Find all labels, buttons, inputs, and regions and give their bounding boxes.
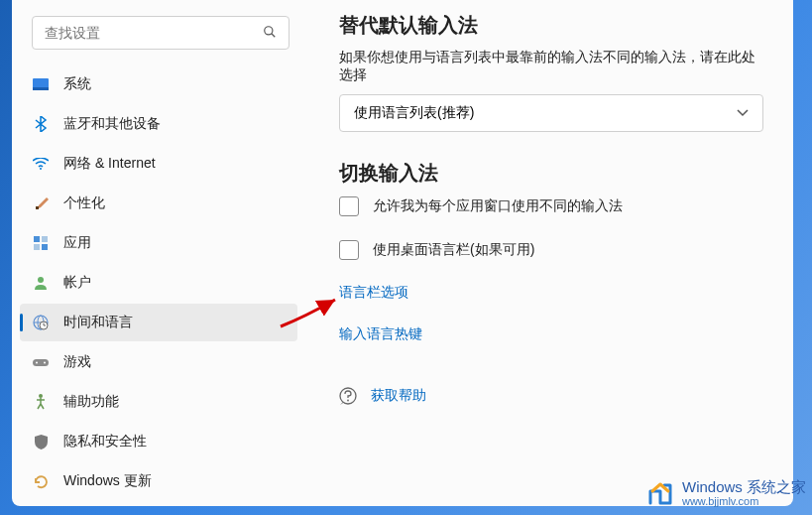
sidebar-item-label: 网络 & Internet: [63, 155, 156, 173]
default-ime-dropdown[interactable]: 使用语言列表(推荐): [339, 94, 763, 132]
sidebar-item-label: 帐户: [63, 274, 91, 292]
section-title-switch-ime: 切换输入法: [339, 160, 763, 187]
globe-clock-icon: [32, 314, 50, 331]
link-get-help[interactable]: 获取帮助: [371, 387, 426, 405]
svg-point-10: [38, 277, 44, 283]
checkbox-label: 允许我为每个应用窗口使用不同的输入法: [373, 197, 623, 215]
svg-point-18: [36, 361, 38, 363]
sidebar-item-windows-update[interactable]: Windows 更新: [20, 462, 297, 500]
svg-point-22: [347, 400, 349, 402]
gamepad-icon: [32, 353, 50, 371]
svg-rect-17: [33, 359, 49, 366]
svg-point-0: [265, 26, 273, 34]
sidebar-item-accessibility[interactable]: 辅助功能: [20, 383, 297, 421]
settings-window: 系统 蓝牙和其他设备 网络 & Internet 个性化 应用 帐户: [12, 0, 793, 506]
sidebar-item-label: Windows 更新: [63, 472, 152, 490]
checkbox-desktop-language-bar[interactable]: 使用桌面语言栏(如果可用): [339, 240, 763, 260]
sidebar-item-gaming[interactable]: 游戏: [20, 343, 297, 381]
help-row: 获取帮助: [339, 387, 763, 405]
sidebar-item-label: 系统: [63, 75, 91, 93]
sidebar-item-label: 辅助功能: [63, 393, 119, 411]
chevron-down-icon: [737, 108, 749, 119]
content: 替代默认输入法 如果你想使用与语言列表中最靠前的输入法不同的输入法，请在此处选择…: [309, 0, 793, 506]
sidebar-item-system[interactable]: 系统: [20, 65, 297, 103]
sidebar-item-apps[interactable]: 应用: [20, 224, 297, 262]
bluetooth-icon: [32, 115, 50, 133]
sidebar-item-network[interactable]: 网络 & Internet: [20, 145, 297, 183]
search-icon: [263, 25, 277, 42]
svg-point-4: [40, 168, 42, 170]
brush-icon: [32, 194, 50, 212]
svg-point-19: [44, 361, 46, 363]
wifi-icon: [32, 155, 50, 173]
svg-rect-9: [42, 244, 48, 250]
sidebar-item-label: 个性化: [63, 194, 105, 212]
display-icon: [32, 75, 50, 93]
sidebar-item-label: 时间和语言: [63, 314, 133, 331]
apps-icon: [32, 234, 50, 252]
dropdown-value: 使用语言列表(推荐): [354, 104, 474, 122]
sidebar-item-accounts[interactable]: 帐户: [20, 264, 297, 302]
sidebar-item-personalization[interactable]: 个性化: [20, 185, 297, 222]
checkbox-box[interactable]: [339, 196, 359, 216]
windows-logo-icon: [644, 477, 676, 509]
sidebar-item-label: 蓝牙和其他设备: [63, 115, 161, 133]
svg-line-1: [272, 33, 276, 37]
sidebar-item-label: 游戏: [63, 353, 91, 371]
sidebar-item-time-language[interactable]: 时间和语言: [20, 304, 297, 341]
accessibility-icon: [32, 393, 50, 411]
update-icon: [32, 472, 50, 490]
svg-rect-8: [34, 244, 40, 250]
checkbox-label: 使用桌面语言栏(如果可用): [373, 241, 534, 259]
watermark: Windows 系统之家 www.bjjmlv.com: [644, 477, 806, 509]
checkbox-box[interactable]: [339, 240, 359, 260]
sidebar-item-label: 隐私和安全性: [63, 433, 147, 451]
sidebar-item-bluetooth[interactable]: 蓝牙和其他设备: [20, 105, 297, 143]
checkbox-per-app-window[interactable]: 允许我为每个应用窗口使用不同的输入法: [339, 196, 763, 216]
svg-rect-7: [42, 236, 48, 242]
svg-rect-6: [34, 236, 40, 242]
watermark-title: Windows 系统之家: [682, 479, 806, 496]
svg-point-20: [39, 394, 43, 398]
watermark-url: www.bjjmlv.com: [682, 495, 806, 507]
section-subtitle: 如果你想使用与语言列表中最靠前的输入法不同的输入法，请在此处选择: [339, 49, 763, 84]
sidebar-item-privacy[interactable]: 隐私和安全性: [20, 423, 297, 460]
search-box[interactable]: [32, 16, 290, 50]
search-input[interactable]: [45, 25, 263, 41]
link-input-language-hotkeys[interactable]: 输入语言热键: [339, 325, 763, 343]
help-icon: [339, 387, 357, 405]
section-title-default-ime: 替代默认输入法: [339, 12, 763, 39]
svg-rect-5: [36, 206, 39, 209]
sidebar-item-label: 应用: [63, 234, 91, 252]
user-icon: [32, 274, 50, 292]
nav-list: 系统 蓝牙和其他设备 网络 & Internet 个性化 应用 帐户: [12, 64, 309, 506]
sidebar: 系统 蓝牙和其他设备 网络 & Internet 个性化 应用 帐户: [12, 0, 309, 506]
svg-rect-3: [33, 87, 49, 90]
link-language-bar-options[interactable]: 语言栏选项: [339, 284, 763, 302]
shield-icon: [32, 433, 50, 451]
